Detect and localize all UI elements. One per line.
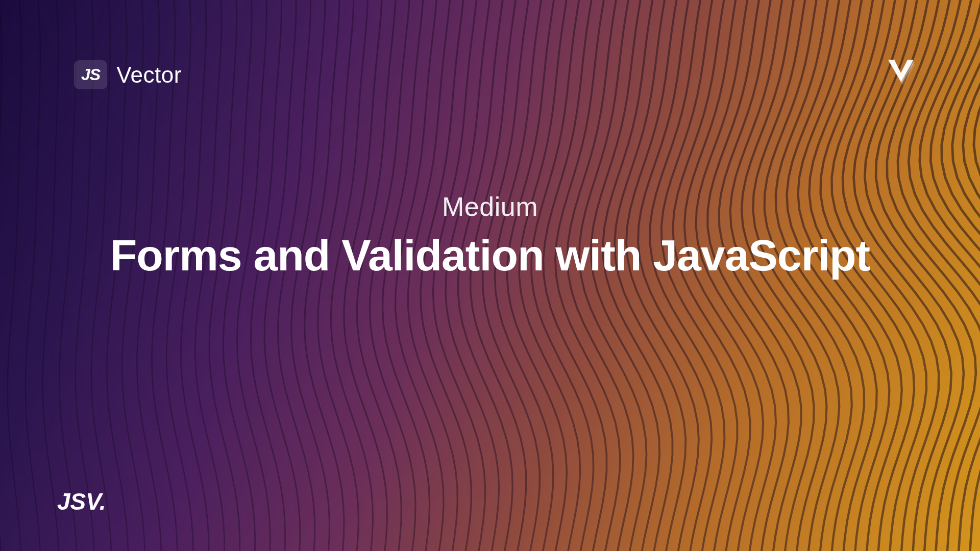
js-badge-text: JS — [81, 65, 100, 84]
js-badge: JS — [74, 60, 107, 89]
difficulty-label: Medium — [49, 191, 931, 222]
slide-content: JS Vector Medium Forms and Validation wi… — [0, 0, 980, 551]
footer-logo: JSV. — [57, 488, 106, 515]
slide-title: Forms and Validation with JavaScript — [49, 230, 931, 281]
hero-text-block: Medium Forms and Validation with JavaScr… — [49, 191, 931, 281]
brand-logo-top: JS Vector — [74, 60, 182, 89]
v-mark-icon — [883, 54, 919, 89]
brand-name: Vector — [116, 62, 182, 88]
